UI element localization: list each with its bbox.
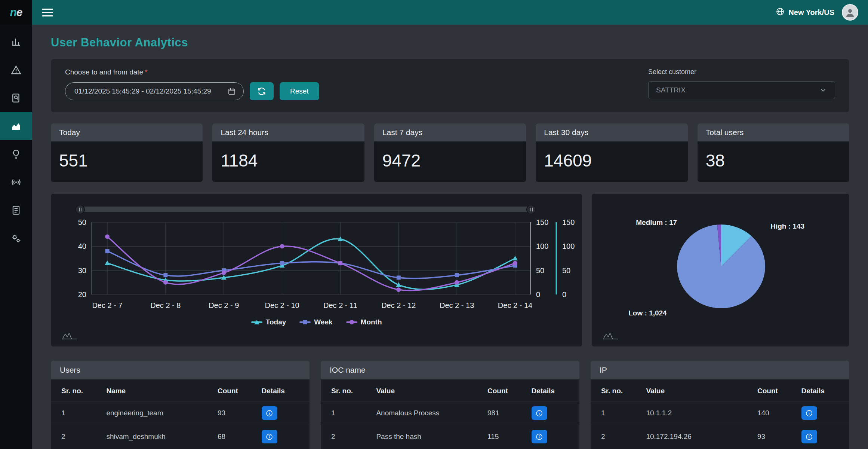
cell-count: 93 <box>754 425 798 449</box>
stat-card-last-24-hours: Last 24 hours 1184 <box>212 123 364 182</box>
details-info-button[interactable] <box>262 430 277 443</box>
legend-marker <box>299 321 311 323</box>
cell-sr-no: 2 <box>51 425 102 449</box>
svg-text:Dec 2 - 7: Dec 2 - 7 <box>92 301 122 309</box>
slider-handle-right[interactable] <box>526 205 536 214</box>
cell-sr-no: 1 <box>591 401 642 425</box>
filter-card: Choose to and from date* Reset <box>51 59 849 112</box>
pie-label-low: Low : 1,024 <box>628 309 667 317</box>
chevron-down-icon <box>819 86 827 94</box>
table-row: 2 shivam_deshmukh 68 <box>51 425 310 449</box>
svg-text:150: 150 <box>536 218 548 226</box>
svg-text:150: 150 <box>562 218 575 226</box>
stat-label: Total users <box>698 123 849 141</box>
stat-card-last-30-days: Last 30 days 14609 <box>536 123 687 182</box>
column-header: Sr. no. <box>321 379 372 401</box>
sidebar-item-alerts[interactable] <box>0 56 32 84</box>
sidebar-item-analytics[interactable] <box>0 28 32 56</box>
legend-item-month[interactable]: Month <box>346 318 382 326</box>
info-icon <box>535 433 543 441</box>
cell-value: Anomalous Process <box>372 401 484 425</box>
sidebar-item-insights[interactable] <box>0 140 32 168</box>
info-icon <box>265 409 273 417</box>
refresh-button[interactable] <box>250 82 274 100</box>
sidebar-item-settings[interactable] <box>0 224 32 252</box>
details-info-button[interactable] <box>801 430 817 443</box>
svg-text:50: 50 <box>562 266 570 275</box>
users-table: Sr. no. Name Count Details 1 engineering… <box>51 379 310 448</box>
stat-label: Today <box>51 123 203 141</box>
chart-navigator-icon[interactable] <box>61 332 78 341</box>
svg-text:Dec 2 - 11: Dec 2 - 11 <box>323 301 357 309</box>
pie-chart[interactable] <box>658 212 785 321</box>
stat-value: 1184 <box>212 141 364 182</box>
tables-row: Users Sr. no. Name Count Details 1 engin… <box>51 361 849 449</box>
column-header: Details <box>798 379 849 401</box>
column-header: Details <box>258 379 310 401</box>
cell-name: shivam_deshmukh <box>102 425 214 449</box>
legend-label: Month <box>361 318 382 326</box>
stat-value: 551 <box>51 141 203 182</box>
chart-range-slider[interactable] <box>80 207 531 212</box>
sidebar-item-reports[interactable] <box>0 196 32 224</box>
menu-icon[interactable] <box>42 6 53 19</box>
cell-count: 981 <box>484 401 528 425</box>
svg-text:Dec 2 - 13: Dec 2 - 13 <box>440 301 474 309</box>
cell-count: 115 <box>484 425 528 449</box>
cell-count: 68 <box>214 425 258 449</box>
users-table-card: Users Sr. no. Name Count Details 1 engin… <box>51 361 310 449</box>
chart-navigator-icon[interactable] <box>602 332 619 341</box>
bar-chart-icon <box>10 36 22 48</box>
calendar-icon[interactable] <box>227 87 236 97</box>
legend-item-week[interactable]: Week <box>299 318 332 326</box>
info-icon <box>805 409 813 417</box>
slider-handle-left[interactable] <box>75 205 85 214</box>
details-info-button[interactable] <box>262 406 277 420</box>
column-header: Count <box>214 379 258 401</box>
pie-label-medium: Medium : 17 <box>636 219 677 227</box>
details-info-button[interactable] <box>801 406 817 420</box>
table-row: 1 10.1.1.2 140 <box>591 401 849 425</box>
stats-row: Today 551 Last 24 hours 1184 Last 7 days… <box>51 123 849 182</box>
details-info-button[interactable] <box>532 430 547 443</box>
sidebar <box>0 25 32 449</box>
svg-text:20: 20 <box>78 290 86 299</box>
column-header: Sr. no. <box>51 379 102 401</box>
cell-value: 10.1.1.2 <box>642 401 754 425</box>
column-header: Details <box>528 379 579 401</box>
topbar: nnee New York/US <box>0 0 868 25</box>
sidebar-item-behavior-analytics[interactable] <box>0 112 32 140</box>
details-info-button[interactable] <box>532 406 547 420</box>
stat-value: 9472 <box>374 141 526 182</box>
cell-sr-no: 1 <box>51 401 102 425</box>
location-selector[interactable]: New York/US <box>776 7 834 18</box>
app-logo[interactable]: nnee <box>0 0 32 25</box>
reset-button[interactable]: Reset <box>280 82 319 100</box>
ip-table: Sr. no. Value Count Details 1 10.1.1.2 1… <box>591 379 849 448</box>
customer-select[interactable]: SATTRIX <box>648 81 835 99</box>
svg-text:Dec 2 - 9: Dec 2 - 9 <box>209 301 239 309</box>
svg-text:100: 100 <box>562 242 575 250</box>
svg-text:Dec 2 - 10: Dec 2 - 10 <box>265 301 299 309</box>
cell-value: 10.172.194.26 <box>642 425 754 449</box>
legend-label: Today <box>266 318 286 326</box>
sidebar-item-log-search[interactable] <box>0 84 32 112</box>
table-row: 1 engineering_team 93 <box>51 401 310 425</box>
trend-line-chart-card: 50403020Dec 2 - 7Dec 2 - 8Dec 2 - 9Dec 2… <box>51 194 582 346</box>
date-range-input[interactable] <box>65 82 244 100</box>
ioc-table-card: IOC name Sr. no. Value Count Details 1 A… <box>321 361 579 449</box>
svg-text:Dec 2 - 14: Dec 2 - 14 <box>498 301 532 309</box>
column-header: Value <box>372 379 484 401</box>
cell-sr-no: 2 <box>591 425 642 449</box>
stat-label: Last 30 days <box>536 123 687 141</box>
customer-select-value: SATTRIX <box>656 86 686 94</box>
chart-legend: Today Week Month <box>51 318 582 326</box>
svg-text:40: 40 <box>78 242 86 250</box>
info-icon <box>265 433 273 441</box>
sidebar-item-live-monitor[interactable] <box>0 168 32 196</box>
user-avatar[interactable] <box>842 4 858 21</box>
column-header: Value <box>642 379 754 401</box>
legend-item-today[interactable]: Today <box>251 318 286 326</box>
table-row: 1 Anomalous Process 981 <box>321 401 579 425</box>
svg-text:0: 0 <box>562 290 566 299</box>
